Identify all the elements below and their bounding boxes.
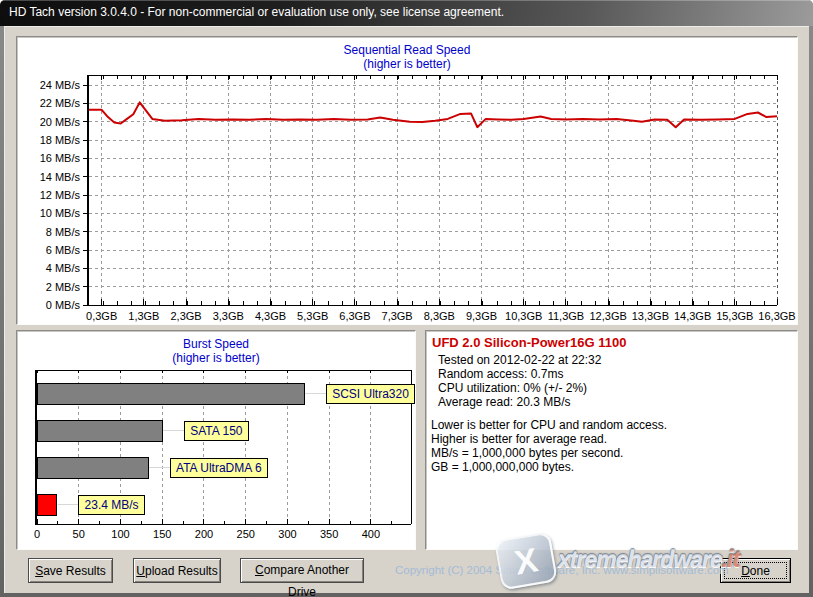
- drive-stats: Tested on 2012-02-22 at 22:32Random acce…: [426, 353, 797, 409]
- svg-text:8,3GB: 8,3GB: [424, 310, 455, 322]
- sequential-read-panel: Sequential Read Speed (higher is better)…: [16, 36, 798, 325]
- compare-another-drive-button[interactable]: Compare Another Drive: [240, 558, 364, 583]
- svg-text:ATA UltraDMA 6: ATA UltraDMA 6: [176, 461, 262, 475]
- svg-text:400: 400: [362, 528, 380, 540]
- svg-text:150: 150: [153, 528, 171, 540]
- window-title: HD Tach version 3.0.4.0 - For non-commer…: [9, 5, 504, 19]
- svg-text:4,3GB: 4,3GB: [255, 310, 286, 322]
- hdtach-window: HD Tach version 3.0.4.0 - For non-commer…: [0, 0, 813, 597]
- svg-text:0: 0: [34, 528, 40, 540]
- svg-text:50: 50: [73, 528, 85, 540]
- svg-text:0 MB/s: 0 MB/s: [46, 299, 81, 311]
- svg-text:2,3GB: 2,3GB: [170, 310, 201, 322]
- copyright-text: Copyright (C) 2004 Simpli Software, Inc.…: [395, 564, 729, 576]
- svg-text:18 MB/s: 18 MB/s: [40, 134, 81, 146]
- svg-text:7,3GB: 7,3GB: [382, 310, 413, 322]
- svg-text:14 MB/s: 14 MB/s: [40, 171, 81, 183]
- svg-text:5,3GB: 5,3GB: [297, 310, 328, 322]
- svg-text:SATA 150: SATA 150: [190, 424, 243, 438]
- svg-text:350: 350: [320, 528, 338, 540]
- svg-text:12 MB/s: 12 MB/s: [40, 189, 81, 201]
- svg-text:250: 250: [237, 528, 255, 540]
- svg-text:12,3GB: 12,3GB: [590, 310, 627, 322]
- drive-stat-line: Random access: 0.7ms: [438, 367, 797, 381]
- svg-text:300: 300: [278, 528, 296, 540]
- info-note-line: Lower is better for CPU and random acces…: [431, 418, 797, 432]
- svg-text:15,3GB: 15,3GB: [716, 310, 753, 322]
- svg-text:8 MB/s: 8 MB/s: [46, 226, 81, 238]
- drive-stat-line: CPU utilization: 0% (+/- 2%): [438, 381, 797, 395]
- svg-text:200: 200: [195, 528, 213, 540]
- title-bar[interactable]: HD Tach version 3.0.4.0 - For non-commer…: [0, 0, 813, 26]
- svg-text:0,3GB: 0,3GB: [86, 310, 117, 322]
- svg-text:6 MB/s: 6 MB/s: [46, 244, 81, 256]
- sequential-read-chart: 0,3GB1,3GB2,3GB3,3GB4,3GB5,3GB6,3GB7,3GB…: [17, 37, 797, 324]
- svg-text:20 MB/s: 20 MB/s: [40, 116, 81, 128]
- svg-text:16 MB/s: 16 MB/s: [40, 152, 81, 164]
- upload-results-button[interactable]: Upload Results: [133, 558, 221, 583]
- svg-text:16,3GB: 16,3GB: [758, 310, 795, 322]
- svg-text:10 MB/s: 10 MB/s: [40, 207, 81, 219]
- burst-speed-panel: Burst Speed (higher is better) 050100150…: [16, 330, 416, 550]
- drive-stat-line: Average read: 20.3 MB/s: [438, 395, 797, 409]
- info-note-line: GB = 1,000,000,000 bytes.: [431, 460, 797, 474]
- svg-text:24 MB/s: 24 MB/s: [40, 79, 81, 91]
- save-results-button[interactable]: Save Results: [28, 558, 113, 583]
- done-button[interactable]: Done: [720, 558, 791, 583]
- svg-text:6,3GB: 6,3GB: [339, 310, 370, 322]
- svg-text:100: 100: [111, 528, 129, 540]
- info-note-line: Higher is better for average read.: [431, 432, 797, 446]
- drive-stat-line: Tested on 2012-02-22 at 22:32: [438, 353, 797, 367]
- svg-text:22 MB/s: 22 MB/s: [40, 97, 81, 109]
- svg-text:SCSI Ultra320: SCSI Ultra320: [332, 387, 409, 401]
- svg-text:1,3GB: 1,3GB: [128, 310, 159, 322]
- svg-text:13,3GB: 13,3GB: [632, 310, 669, 322]
- burst-speed-chart: 050100150200250300350400SCSI Ultra320SAT…: [17, 331, 415, 549]
- svg-text:14,3GB: 14,3GB: [674, 310, 711, 322]
- svg-text:10,3GB: 10,3GB: [505, 310, 542, 322]
- svg-text:2 MB/s: 2 MB/s: [46, 281, 81, 293]
- info-note-line: MB/s = 1,000,000 bytes per second.: [431, 446, 797, 460]
- svg-text:23.4 MB/s: 23.4 MB/s: [85, 498, 139, 512]
- svg-text:9,3GB: 9,3GB: [466, 310, 497, 322]
- svg-text:4 MB/s: 4 MB/s: [46, 262, 81, 274]
- drive-info-panel: UFD 2.0 Silicon-Power16G 1100 Tested on …: [425, 330, 798, 550]
- svg-text:11,3GB: 11,3GB: [548, 310, 585, 322]
- info-notes: Lower is better for CPU and random acces…: [426, 418, 797, 474]
- drive-name: UFD 2.0 Silicon-Power16G 1100: [432, 335, 797, 350]
- svg-text:3,3GB: 3,3GB: [213, 310, 244, 322]
